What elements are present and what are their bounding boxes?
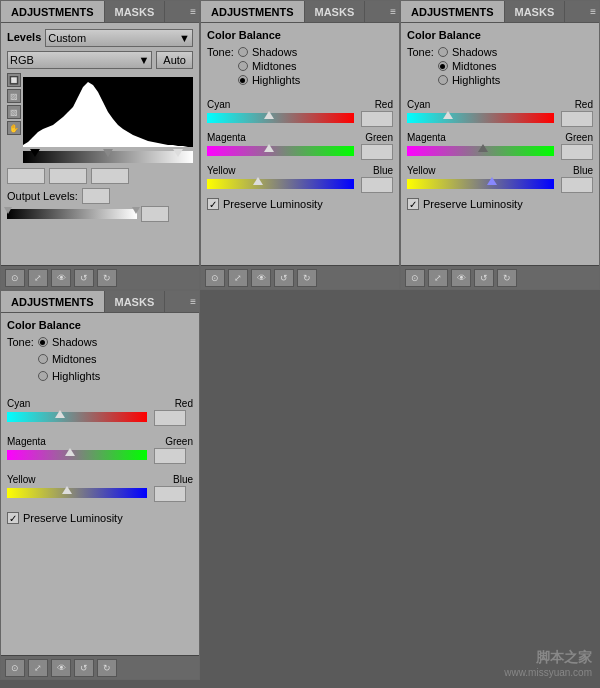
- cb2-tb5[interactable]: ↻: [497, 269, 517, 287]
- cb1-menu-btn[interactable]: ≡: [390, 6, 396, 17]
- levels-preset-select[interactable]: Custom ▼: [45, 29, 193, 47]
- cb2-shadows-radio[interactable]: [438, 47, 448, 57]
- midpoint-thumb[interactable]: [103, 149, 113, 157]
- cb3-mag-green-slider[interactable]: [7, 450, 147, 460]
- cb2-cyan-value[interactable]: -29: [561, 111, 593, 127]
- cb3-cyan-value[interactable]: -18: [154, 410, 186, 426]
- cb1-tb5[interactable]: ↻: [297, 269, 317, 287]
- cb1-preserve-checkbox[interactable]: ✓: [207, 198, 219, 210]
- adjustments-tab-cb2[interactable]: ADJUSTMENTS: [401, 1, 505, 22]
- cb2-yellow-label: Yellow: [407, 165, 436, 176]
- cb3-preserve-checkbox[interactable]: ✓: [7, 512, 19, 524]
- cb1-mag-green-slider[interactable]: [207, 146, 354, 156]
- cb2-menu-btn[interactable]: ≡: [590, 6, 596, 17]
- cb3-tb3[interactable]: 👁: [51, 659, 71, 677]
- tb-icon2[interactable]: ⤢: [28, 269, 48, 287]
- cb2-preserve-checkbox[interactable]: ✓: [407, 198, 419, 210]
- cb1-tb1[interactable]: ⊙: [205, 269, 225, 287]
- cb2-midtones-radio[interactable]: [438, 61, 448, 71]
- levels-panel: ADJUSTMENTS MASKS ≡ Levels Custom ▼ RGB …: [0, 0, 200, 290]
- output-black-value[interactable]: 0: [82, 188, 110, 204]
- cb1-tb4[interactable]: ↺: [274, 269, 294, 287]
- cb3-cyan-red-row: Cyan Red -18: [7, 398, 193, 426]
- masks-tab-cb2[interactable]: MASKS: [505, 1, 566, 22]
- cb3-tb2[interactable]: ⤢: [28, 659, 48, 677]
- cb3-tb4[interactable]: ↺: [74, 659, 94, 677]
- cb2-yellow-value[interactable]: +6: [561, 177, 593, 193]
- cb1-cyan-red-slider[interactable]: [207, 113, 354, 123]
- cb3-mag-green-thumb[interactable]: [65, 448, 75, 456]
- cb2-yel-blue-slider[interactable]: [407, 179, 554, 189]
- tb-icon5[interactable]: ↻: [97, 269, 117, 287]
- cb2-mag-green-thumb[interactable]: [478, 144, 488, 152]
- hand-tool-icon[interactable]: ✋: [7, 121, 21, 135]
- cb3-cyan-red-thumb[interactable]: [55, 410, 65, 418]
- black-point-thumb[interactable]: [30, 149, 40, 157]
- cb2-yel-blue-thumb[interactable]: [487, 177, 497, 185]
- input-white-value[interactable]: 233: [91, 168, 129, 184]
- cb2-cyan-red-thumb[interactable]: [443, 111, 453, 119]
- cb3-tb5[interactable]: ↻: [97, 659, 117, 677]
- cb3-shadows-radio[interactable]: [38, 337, 48, 347]
- cb2-magenta-value[interactable]: +1: [561, 144, 593, 160]
- cb2-title: Color Balance: [407, 29, 593, 41]
- tb-icon1[interactable]: ⊙: [5, 269, 25, 287]
- cb1-yel-blue-thumb[interactable]: [253, 177, 263, 185]
- output-white-thumb[interactable]: [132, 207, 140, 214]
- cb1-shadows-radio[interactable]: [238, 47, 248, 57]
- tb-icon4[interactable]: ↺: [74, 269, 94, 287]
- cb1-cyan-value[interactable]: -9: [361, 111, 393, 127]
- cb1-highlights-radio[interactable]: [238, 75, 248, 85]
- cb3-tone-label: Tone:: [7, 336, 34, 348]
- cb3-midtones-radio[interactable]: [38, 354, 48, 364]
- cb3-menu-btn[interactable]: ≡: [190, 296, 196, 307]
- tb-icon3[interactable]: 👁: [51, 269, 71, 287]
- masks-tab-levels[interactable]: MASKS: [105, 1, 166, 22]
- output-white-value[interactable]: 255: [141, 206, 169, 222]
- cb3-cyan-red-slider[interactable]: [7, 412, 147, 422]
- masks-tab-cb3[interactable]: MASKS: [105, 291, 166, 312]
- output-black-thumb[interactable]: [4, 207, 12, 214]
- adjustments-tab-cb3[interactable]: ADJUSTMENTS: [1, 291, 105, 312]
- cb3-tb1[interactable]: ⊙: [5, 659, 25, 677]
- levels-menu-btn[interactable]: ≡: [190, 6, 196, 17]
- channel-select[interactable]: RGB ▼: [7, 51, 152, 69]
- cb3-magenta-value[interactable]: -4: [154, 448, 186, 464]
- output-levels-row: Output Levels: 0: [7, 188, 193, 204]
- cb2-blue-label: Blue: [573, 165, 593, 176]
- cb1-content: Color Balance Tone: Shadows Midtones Hig…: [201, 23, 399, 216]
- cb1-yellow-value[interactable]: -19: [361, 177, 393, 193]
- cb2-mag-green-slider[interactable]: [407, 146, 554, 156]
- input-mid-value[interactable]: 1.00: [49, 168, 87, 184]
- eyedropper-white-icon[interactable]: ▧: [7, 105, 21, 119]
- cb3-yel-blue-thumb[interactable]: [62, 486, 72, 494]
- white-point-thumb[interactable]: [173, 149, 183, 157]
- cb2-tb1[interactable]: ⊙: [405, 269, 425, 287]
- eyedropper-gray-icon[interactable]: ▨: [7, 89, 21, 103]
- cb1-tone-group: Shadows Midtones Highlights: [238, 46, 300, 88]
- cb1-midtones-radio[interactable]: [238, 61, 248, 71]
- cb3-yellow-value[interactable]: -8: [154, 486, 186, 502]
- input-levels-slider[interactable]: [23, 151, 193, 163]
- eyedropper-black-icon[interactable]: 🔲: [7, 73, 21, 87]
- cb2-tb4[interactable]: ↺: [474, 269, 494, 287]
- cb1-magenta-value[interactable]: -11: [361, 144, 393, 160]
- cb1-cyan-red-thumb[interactable]: [264, 111, 274, 119]
- output-levels-slider[interactable]: [7, 209, 137, 219]
- adjustments-tab-levels[interactable]: ADJUSTMENTS: [1, 1, 105, 22]
- input-black-value[interactable]: 17: [7, 168, 45, 184]
- cb1-yel-blue-slider[interactable]: [207, 179, 354, 189]
- cb2-highlights-radio[interactable]: [438, 75, 448, 85]
- cb2-cyan-red-slider[interactable]: [407, 113, 554, 123]
- cb3-yel-blue-slider[interactable]: [7, 488, 147, 498]
- cb1-tb3[interactable]: 👁: [251, 269, 271, 287]
- auto-button[interactable]: Auto: [156, 51, 193, 69]
- cb1-mag-green-thumb[interactable]: [264, 144, 274, 152]
- masks-tab-cb1[interactable]: MASKS: [305, 1, 366, 22]
- cb3-highlights-radio[interactable]: [38, 371, 48, 381]
- cb2-tb2[interactable]: ⤢: [428, 269, 448, 287]
- cb2-tb3[interactable]: 👁: [451, 269, 471, 287]
- cb2-magenta-label: Magenta: [407, 132, 446, 143]
- cb1-tb2[interactable]: ⤢: [228, 269, 248, 287]
- adjustments-tab-cb1[interactable]: ADJUSTMENTS: [201, 1, 305, 22]
